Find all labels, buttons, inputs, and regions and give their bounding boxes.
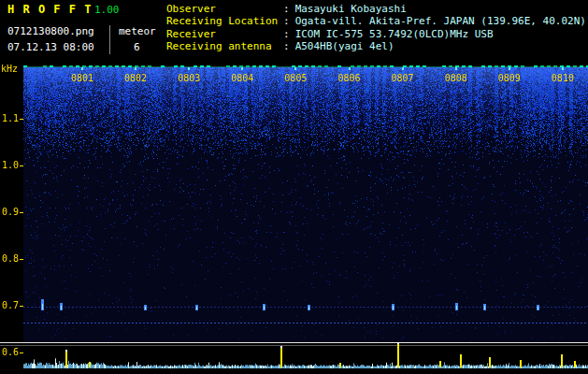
info-label: Receiving antenna bbox=[166, 40, 283, 52]
info-separator: : bbox=[283, 15, 290, 27]
info-separator: : bbox=[283, 3, 290, 15]
info-row: Receiving Location:Ogata-vill. Akita-Pre… bbox=[166, 15, 586, 27]
info-label: Observer bbox=[166, 3, 283, 15]
output-filename: 0712130800.png bbox=[7, 25, 94, 37]
app-title: H R O F F T bbox=[7, 3, 92, 16]
info-value: Ogata-vill. Akita-Pref. JAPAN (139.96E, … bbox=[295, 15, 586, 27]
meteor-count-value: 6 bbox=[134, 41, 140, 53]
info-separator: : bbox=[283, 40, 290, 52]
header-bar: H R O F F T 1.00 0712130800.png 07.12.13… bbox=[0, 0, 588, 65]
info-separator: : bbox=[283, 28, 290, 40]
app-version: 1.00 bbox=[94, 4, 120, 16]
info-row: Receiver:ICOM IC-575 53.7492(0LCD)MHz US… bbox=[166, 28, 586, 40]
info-label: Receiver bbox=[166, 28, 283, 40]
info-row: Receiving antenna:A504HB(yagi 4el) bbox=[166, 40, 586, 52]
info-value: ICOM IC-575 53.7492(0LCD)MHz USB bbox=[295, 28, 494, 40]
info-value: A504HB(yagi 4el) bbox=[295, 40, 394, 52]
info-label: Receiving Location bbox=[166, 15, 283, 27]
meteor-count-label: meteor bbox=[119, 25, 156, 37]
station-info: Observer:Masayuki KobayashiReceiving Loc… bbox=[166, 3, 586, 53]
observation-timestamp: 07.12.13 08:00 bbox=[7, 41, 94, 53]
meteor-box-divider bbox=[109, 25, 110, 54]
hrofft-output: H R O F F T 1.00 0712130800.png 07.12.13… bbox=[0, 0, 588, 374]
info-value: Masayuki Kobayashi bbox=[295, 3, 407, 15]
info-row: Observer:Masayuki Kobayashi bbox=[166, 3, 586, 15]
